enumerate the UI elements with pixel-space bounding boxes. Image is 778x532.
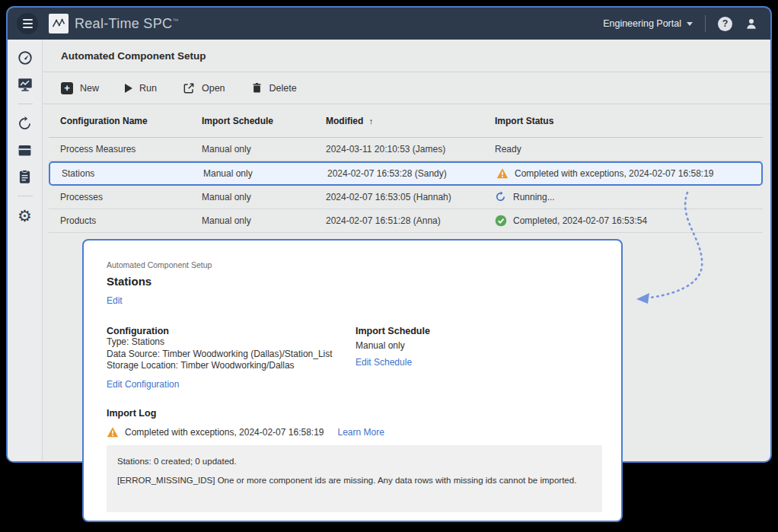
import-schedule-heading: Import Schedule xyxy=(356,326,430,336)
configuration-section: Configuration Type: Stations Data Source… xyxy=(107,326,356,390)
delete-button[interactable]: Delete xyxy=(251,82,297,94)
table-row[interactable]: Process Measures Manual only 2024-03-11 … xyxy=(49,138,763,161)
panel-title: Stations xyxy=(107,275,598,288)
trash-icon xyxy=(251,82,263,94)
portal-selector[interactable]: Engineering Portal xyxy=(603,18,693,29)
column-header-import-status[interactable]: Import Status xyxy=(495,116,763,126)
monitor-chart-icon[interactable] xyxy=(16,75,34,94)
archive-box-icon[interactable] xyxy=(16,141,34,159)
configuration-type: Type: Stations xyxy=(107,336,356,349)
open-external-icon xyxy=(183,82,195,94)
log-line: [ERROR_MISSING_IDS] One or more componen… xyxy=(117,476,591,485)
learn-more-link[interactable]: Learn More xyxy=(338,427,384,438)
page-title-bar: Automated Component Setup xyxy=(43,40,770,72)
configuration-data-source: Data Source: Timber Woodworking (Dallas)… xyxy=(107,349,356,361)
table-row[interactable]: Processes Manual only 2024-02-07 16:53:0… xyxy=(49,186,763,209)
app-logo-icon xyxy=(49,14,69,33)
toolbar: + New Run xyxy=(43,72,770,104)
column-header-configuration-name[interactable]: Configuration Name xyxy=(60,116,202,126)
dashboard-gauge-icon[interactable] xyxy=(16,49,34,67)
play-icon xyxy=(125,84,132,93)
success-check-icon xyxy=(495,215,507,227)
edit-configuration-link[interactable]: Edit Configuration xyxy=(107,379,179,390)
configuration-storage-location: Storage Location: Timber Woodworking/Dal… xyxy=(107,360,356,372)
new-button[interactable]: + New xyxy=(61,82,99,94)
hamburger-menu-icon[interactable] xyxy=(17,13,38,34)
status-cell: Completed with exceptions, 2024-02-07 16… xyxy=(496,167,761,180)
edit-link[interactable]: Edit xyxy=(107,295,123,306)
column-header-import-schedule[interactable]: Import Schedule xyxy=(202,116,326,126)
panel-breadcrumb: Automated Component Setup xyxy=(107,260,598,269)
trademark: ™ xyxy=(172,18,178,24)
import-log-status: Completed with exceptions, 2024-02-07 16… xyxy=(107,426,598,438)
page-title: Automated Component Setup xyxy=(61,50,206,62)
screen-background: Real-Time SPC™ Engineering Portal ? xyxy=(0,0,778,532)
running-spinner-icon xyxy=(495,191,507,203)
table-header-row: Configuration Name Import Schedule Modif… xyxy=(49,104,763,138)
gear-icon[interactable]: ⚙ xyxy=(16,206,34,225)
detail-panel: Automated Component Setup Stations Edit … xyxy=(82,239,623,522)
warning-icon xyxy=(107,426,119,438)
chevron-down-icon xyxy=(687,22,693,26)
edit-schedule-link[interactable]: Edit Schedule xyxy=(356,357,412,368)
import-schedule-section: Import Schedule Manual only Edit Schedul… xyxy=(356,326,430,390)
sidebar-divider xyxy=(18,196,33,196)
sort-ascending-icon: ↑ xyxy=(369,116,374,126)
status-cell: Ready xyxy=(495,144,763,155)
table-row[interactable]: Products Manual only 2024-02-07 16:51:28… xyxy=(49,209,763,233)
table-row-selected[interactable]: Stations Manual only 2024-02-07 16:53:28… xyxy=(49,161,763,186)
import-schedule-value: Manual only xyxy=(356,340,430,352)
configurations-table: Configuration Name Import Schedule Modif… xyxy=(49,104,763,233)
sidebar: ⚙ xyxy=(8,40,43,463)
import-log-status-text: Completed with exceptions, 2024-02-07 16… xyxy=(125,427,324,438)
plus-icon: + xyxy=(61,82,73,94)
warning-icon xyxy=(496,167,509,180)
top-bar: Real-Time SPC™ Engineering Portal ? xyxy=(8,8,770,40)
status-cell: Running... xyxy=(495,191,763,203)
import-log-heading: Import Log xyxy=(107,408,598,419)
import-log-output: Stations: 0 created; 0 updated. [ERROR_M… xyxy=(107,445,602,512)
run-button[interactable]: Run xyxy=(125,83,157,94)
sync-icon[interactable] xyxy=(16,114,34,132)
status-cell: Completed, 2024-02-07 16:53:54 xyxy=(495,215,763,227)
sidebar-divider xyxy=(18,104,33,104)
portal-label: Engineering Portal xyxy=(603,18,681,29)
help-icon[interactable]: ? xyxy=(718,17,732,31)
configuration-heading: Configuration xyxy=(107,326,356,336)
clipboard-icon[interactable] xyxy=(16,167,34,186)
top-bar-divider xyxy=(705,15,706,32)
log-line: Stations: 0 created; 0 updated. xyxy=(117,457,591,466)
app-title: Real-Time SPC™ xyxy=(75,16,179,32)
column-header-modified[interactable]: Modified ↑ xyxy=(326,116,495,126)
open-button[interactable]: Open xyxy=(183,82,225,94)
user-account-icon[interactable] xyxy=(745,17,758,30)
